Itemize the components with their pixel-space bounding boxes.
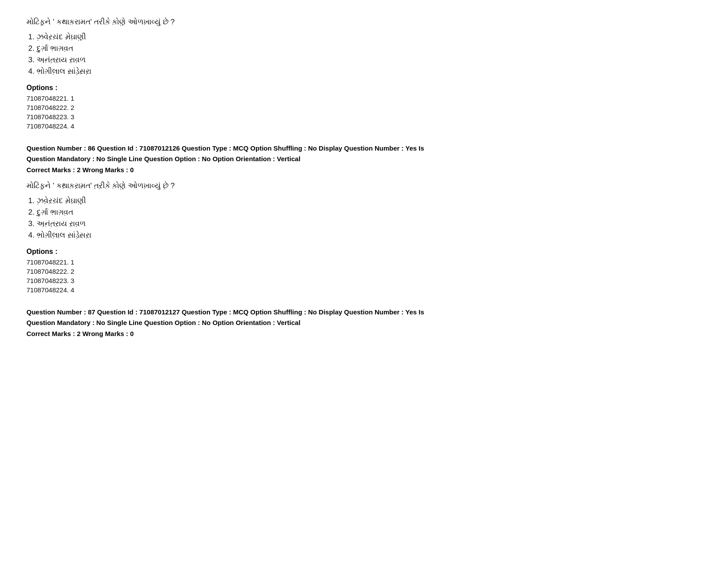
meta-line1-2: Question Number : 86 Question Id : 71087… [26, 144, 424, 152]
meta-line1-3: Question Number : 87 Question Id : 71087… [26, 308, 424, 316]
options-list-2: 1. ઝ઼વ઼ેર઼ચ઼ંદ મ઼ેઘ઼ાણ઼ી 2. દ઼ુર્ગ઼ા ભ઼ા… [26, 196, 702, 240]
option-code-1-3: 71087048223. 3 [26, 113, 702, 121]
option-code-2-3: 71087048223. 3 [26, 277, 702, 284]
question-block-1: મોટિફ઼ને ' કથાક઼રામત' તરીક઼ે ક઼ોણ઼ે ઓળખ઼… [26, 18, 702, 130]
question-meta-2: Question Number : 86 Question Id : 71087… [26, 143, 702, 164]
option-2-4: 4. ભ઼ોગ઼ીલ઼ાલ સ઼ાંડ઼ેસ઼ર઼ા [28, 231, 702, 240]
option-2-1: 1. ઝ઼વ઼ેર઼ચ઼ંદ મ઼ેઘ઼ાણ઼ી [28, 196, 702, 205]
option-2-3: 3. અ઼ન઼ંત઼ર઼ાય ર઼ાવ઼ળ [28, 219, 702, 228]
question-block-2: Question Number : 86 Question Id : 71087… [26, 143, 702, 294]
option-code-2-1: 71087048221. 1 [26, 258, 702, 266]
question-text-1: મોટિફ઼ને ' કથાક઼રામત' તરીક઼ે ક઼ોણ઼ે ઓળખ઼… [26, 18, 702, 26]
options-section-1: Options : 71087048221. 1 71087048222. 2 … [26, 84, 702, 130]
question-meta-3: Question Number : 87 Question Id : 71087… [26, 307, 702, 328]
option-code-2-4: 71087048224. 4 [26, 286, 702, 294]
option-code-1-2: 71087048222. 2 [26, 104, 702, 111]
options-label-1: Options : [26, 84, 702, 92]
option-2-2: 2. દ઼ુર્ગ઼ા ભ઼ાગ઼વ઼ત [28, 208, 702, 217]
options-label-2: Options : [26, 248, 702, 256]
option-1-1: 1. ઝ઼વેર઼ચ઼ંદ મ઼ેઘ઼ાણ઼ી [28, 33, 702, 42]
correct-marks-3: Correct Marks : 2 Wrong Marks : 0 [26, 330, 702, 337]
options-list-1: 1. ઝ઼વેર઼ચ઼ંદ મ઼ેઘ઼ાણ઼ી 2. દ઼ુર્ગ઼ા ભ઼ાગ… [26, 33, 702, 76]
meta-line2-2: Question Mandatory : No Single Line Ques… [26, 155, 300, 162]
option-1-2: 2. દ઼ુર્ગ઼ા ભ઼ાગ઼વ઼ત [28, 44, 702, 53]
question-text-2: મોટિફ઼ને ' કથ઼ાક઼ર઼ામ઼ત' ત઼ર઼ીક઼ે ક઼ોણ઼ે… [26, 181, 702, 190]
correct-marks-2: Correct Marks : 2 Wrong Marks : 0 [26, 166, 702, 174]
question-block-3: Question Number : 87 Question Id : 71087… [26, 307, 702, 337]
option-code-1-1: 71087048221. 1 [26, 94, 702, 102]
option-1-4: 4. ભ઼ોગ઼ીલ઼ાલ સ઼ાંડ઼ેસ઼ર઼ા [28, 67, 702, 76]
option-code-1-4: 71087048224. 4 [26, 122, 702, 130]
option-1-3: 3. અ઼ન઼ંત઼ર઼ાય ર઼ાવ઼ળ [28, 56, 702, 64]
option-code-2-2: 71087048222. 2 [26, 268, 702, 275]
options-section-2: Options : 71087048221. 1 71087048222. 2 … [26, 248, 702, 294]
meta-line2-3: Question Mandatory : No Single Line Ques… [26, 319, 300, 326]
